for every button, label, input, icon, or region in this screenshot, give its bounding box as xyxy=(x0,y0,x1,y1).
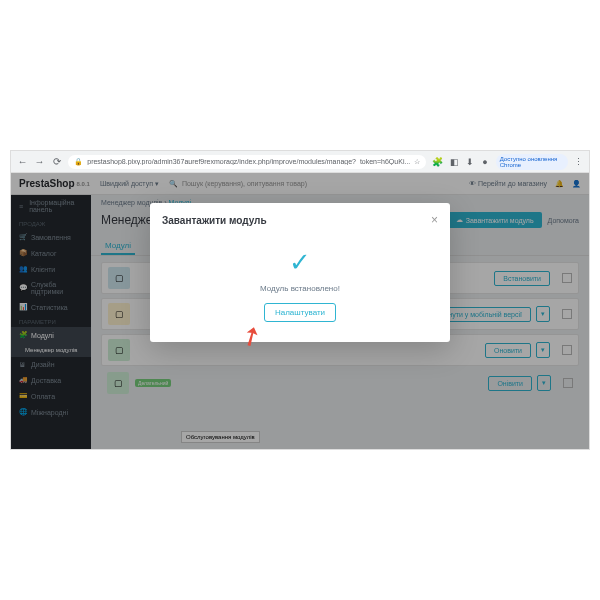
modal-overlay[interactable]: Завантажити модуль × ✓ Модуль встановлен… xyxy=(11,173,589,449)
chrome-update-badge[interactable]: Доступно оновлення Chrome xyxy=(496,154,568,170)
back-icon[interactable]: ← xyxy=(17,155,28,169)
forward-icon[interactable]: → xyxy=(34,155,45,169)
download-icon[interactable]: ⬇ xyxy=(465,156,474,168)
lock-icon: 🔒 xyxy=(74,158,83,166)
menu-icon[interactable]: ⋮ xyxy=(574,156,583,168)
checkmark-icon: ✓ xyxy=(162,247,438,278)
url-bar[interactable]: 🔒 prestashop8.pixy.pro/admin367auref9rex… xyxy=(68,155,426,169)
configure-button[interactable]: Налаштувати xyxy=(264,303,336,322)
modal-title: Завантажити модуль xyxy=(162,215,267,226)
profile-icon[interactable]: ● xyxy=(480,156,489,168)
install-success-message: Модуль встановлено! xyxy=(162,284,438,293)
close-icon[interactable]: × xyxy=(431,213,438,227)
annotation-arrow-icon: ➚ xyxy=(234,318,269,356)
upload-module-modal: Завантажити модуль × ✓ Модуль встановлен… xyxy=(150,203,450,342)
url-text: prestashop8.pixy.pro/admin367auref9rexmo… xyxy=(87,158,410,165)
reload-icon[interactable]: ⟳ xyxy=(51,155,62,169)
extension-icon[interactable]: 🧩 xyxy=(432,156,443,168)
browser-chrome: ← → ⟳ 🔒 prestashop8.pixy.pro/admin367aur… xyxy=(11,151,589,173)
star-icon[interactable]: ☆ xyxy=(414,158,420,166)
extension2-icon[interactable]: ◧ xyxy=(449,156,458,168)
